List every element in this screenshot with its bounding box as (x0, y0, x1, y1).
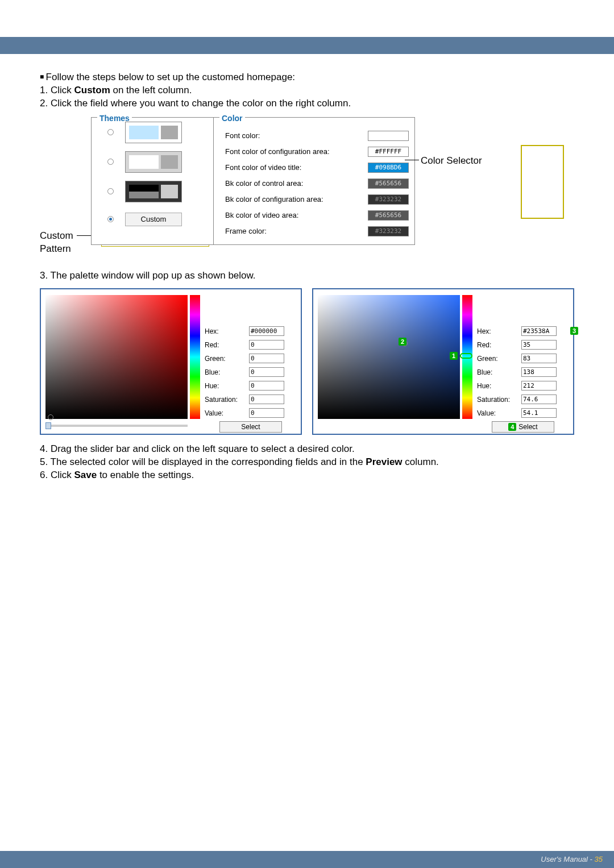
step1: 1. Click Custom on the left column. (40, 84, 574, 97)
brand-text: VIVOTEK (565, 23, 603, 32)
palette-1: Hex: Red: Green: Blue: Hue: Saturation: … (40, 288, 302, 435)
color-label: Bk color of video area: (225, 210, 368, 221)
sv-picker-ring-1[interactable] (48, 414, 53, 420)
blue-label-2: Blue: (477, 368, 518, 377)
sat-input-2[interactable] (521, 394, 557, 404)
hue-knob-2[interactable] (460, 353, 472, 359)
theme-thumb-dark[interactable] (125, 181, 182, 202)
sat-input-1[interactable] (249, 394, 284, 404)
hex-input-2[interactable] (521, 326, 557, 336)
color-row: Bk color of configuration area:#323232 (225, 192, 409, 207)
color-row: Bk color of control area:#565656 (225, 176, 409, 192)
step3: 3. The palette window will pop up as sho… (40, 269, 574, 283)
theme-thumb-grey[interactable] (125, 151, 182, 173)
color-swatch[interactable]: #565656 (368, 178, 409, 189)
color-row: Font color of video title:#098BD6 (225, 160, 409, 176)
theme-radio-custom[interactable] (107, 216, 114, 222)
color-fieldset: Color Font color:Font color of configura… (213, 117, 415, 245)
theme-thumb-light[interactable] (125, 122, 182, 143)
hue-strip-1[interactable] (190, 295, 200, 419)
blue-input-1[interactable] (249, 367, 284, 377)
color-row: Bk color of video area:#565656 (225, 207, 409, 223)
select-button-1[interactable]: Select (219, 421, 282, 433)
color-label: Font color of video title: (225, 163, 368, 173)
red-input-1[interactable] (249, 340, 284, 350)
select-button-2[interactable]: 4Select (492, 421, 554, 433)
color-label: Bk color of configuration area: (225, 194, 368, 205)
theme-radio-light[interactable] (107, 129, 114, 135)
hue-label: Hue: (205, 381, 246, 391)
blue-input-2[interactable] (521, 367, 557, 377)
green-input-1[interactable] (249, 354, 284, 363)
intro-bullet: Follow the steps below to set up the cus… (40, 71, 574, 84)
step6: 6. Click Save to enable the settings. (40, 469, 574, 482)
sat-label: Saturation: (205, 395, 246, 404)
badge-2: 2 (399, 338, 406, 346)
hex-label-2: Hex: (477, 327, 518, 336)
red-label: Red: (205, 340, 246, 350)
sv-area-2[interactable]: 2 1 (318, 295, 460, 419)
step4: 4. Drag the slider bar and click on the … (40, 443, 574, 456)
callout-line-2 (405, 160, 419, 160)
badge-3: 3 (570, 327, 578, 335)
hex-input-1[interactable] (249, 326, 284, 336)
color-swatch[interactable]: #323232 (368, 194, 409, 205)
color-title: Color (219, 113, 245, 124)
red-label-2: Red: (477, 340, 518, 350)
step5: 5. The selected color will be displayed … (40, 456, 574, 469)
green-input-2[interactable] (521, 354, 557, 363)
header-bar (0, 37, 614, 54)
hue-input-2[interactable] (521, 381, 557, 391)
color-label: Font color: (225, 131, 368, 141)
badge-4: 4 (508, 423, 516, 431)
red-input-2[interactable] (521, 340, 557, 350)
color-label: Bk color of control area: (225, 178, 368, 189)
sv-slider-1[interactable] (45, 422, 188, 429)
green-label: Green: (205, 354, 246, 363)
sv-area-1[interactable] (45, 295, 188, 419)
palette-2: 2 1 Hex: Red: Green: Blue: Hue: Saturati… (312, 288, 574, 435)
footer-text: User's Manual - 35 (541, 855, 603, 863)
color-row: Font color of configuration area:#FFFFFF (225, 144, 409, 160)
hue-input-1[interactable] (249, 381, 284, 391)
theme-radio-dark[interactable] (107, 188, 114, 194)
hue-label-2: Hue: (477, 381, 518, 391)
hex-label: Hex: (205, 327, 246, 336)
theme-radio-grey[interactable] (107, 159, 114, 165)
val-input-2[interactable] (521, 408, 557, 418)
callout-custom-pattern: Custom Pattern (40, 230, 73, 256)
color-swatch[interactable]: #FFFFFF (368, 147, 409, 157)
blue-label: Blue: (205, 368, 246, 377)
sat-label-2: Saturation: (477, 395, 518, 404)
step2: 2. Click the field where you want to cha… (40, 97, 574, 110)
color-swatch[interactable]: #565656 (368, 210, 409, 221)
val-input-1[interactable] (249, 408, 284, 418)
color-label: Frame color: (225, 226, 368, 236)
color-row: Font color: (225, 128, 409, 144)
color-label: Font color of configuration area: (225, 147, 368, 157)
color-row: Frame color:#323232 (225, 223, 409, 239)
color-selector-highlight (521, 145, 564, 219)
color-swatch[interactable]: #098BD6 (368, 163, 409, 173)
custom-button[interactable]: Custom (125, 213, 182, 226)
green-label-2: Green: (477, 354, 518, 363)
val-label-2: Value: (477, 409, 518, 418)
color-swatch[interactable] (368, 131, 409, 141)
callout-color-selector: Color Selector (421, 155, 482, 168)
val-label: Value: (205, 409, 246, 418)
badge-1: 1 (450, 352, 458, 360)
color-swatch[interactable]: #323232 (368, 226, 409, 236)
footer-bar: User's Manual - 35 (0, 851, 614, 868)
hue-strip-2[interactable] (462, 295, 472, 419)
